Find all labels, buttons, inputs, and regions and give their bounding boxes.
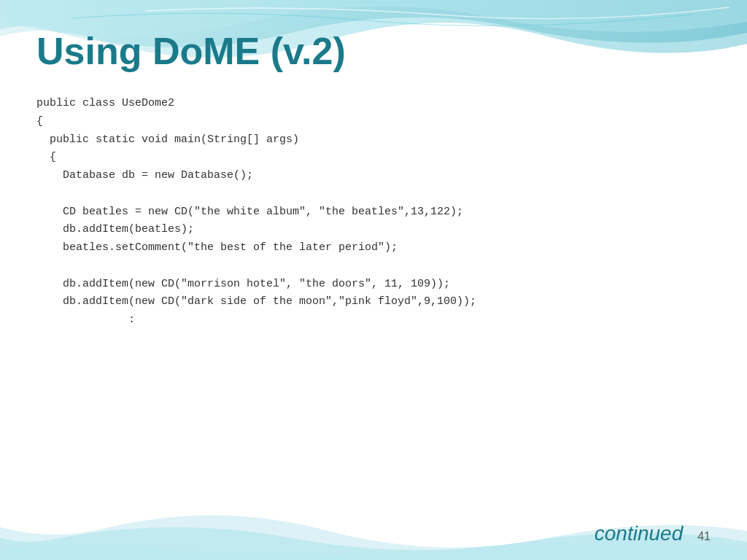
continued-label: continued [595,522,683,545]
slide-number: 41 [697,530,711,543]
slide-footer: continued 41 [595,522,711,545]
code-block: public class UseDome2 { public static vo… [36,95,711,330]
slide-title: Using DoME (v.2) [36,29,711,73]
slide-content: Using DoME (v.2) public class UseDome2 {… [0,0,747,344]
